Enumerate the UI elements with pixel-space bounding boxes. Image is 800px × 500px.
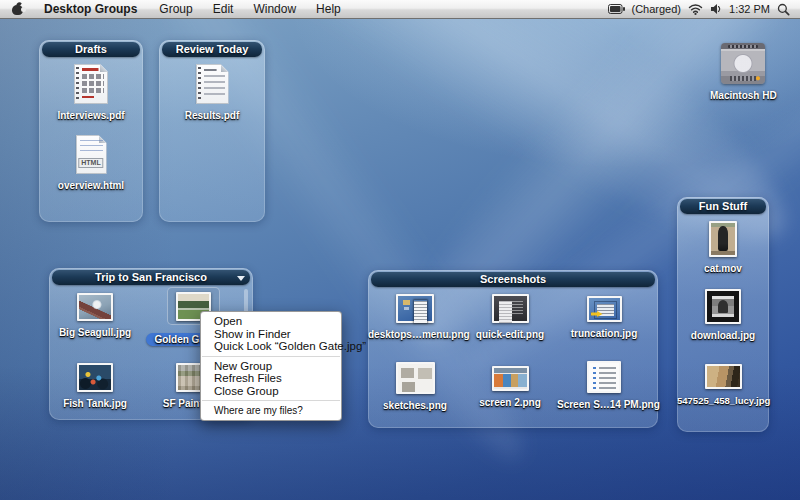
file-quick-edit-png[interactable]: quick-edit.png: [463, 294, 557, 342]
context-menu-item-refresh-files[interactable]: Refresh Files: [201, 372, 341, 385]
file-fish-tank-jpg[interactable]: Fish Tank.jpg: [49, 363, 141, 411]
file-label: overview.html: [58, 180, 124, 191]
photo-thumbnail: [77, 293, 113, 321]
context-menu-item-where-are-my-files[interactable]: Where are my files?: [201, 404, 341, 417]
file-big-seagull-jpg[interactable]: Big Seagull.jpg: [49, 293, 141, 340]
group-header-review-today[interactable]: Review Today: [162, 42, 262, 57]
html-badge: HTML: [78, 158, 103, 168]
file-truncation-jpg[interactable]: truncation.jpg: [557, 296, 651, 341]
screenshot-thumbnail: [396, 362, 435, 394]
context-menu: Open Show in Finder Quick Look “Golden G…: [200, 311, 342, 421]
file-interviews-pdf[interactable]: Interviews.pdf: [39, 64, 143, 123]
volume-label: Macintosh HD: [710, 90, 777, 101]
group-review-today: Review Today Results.pdf: [159, 40, 265, 222]
file-label: Interviews.pdf: [57, 110, 124, 121]
group-header-drafts[interactable]: Drafts: [42, 42, 140, 57]
wifi-icon[interactable]: [688, 3, 703, 15]
photo-thumbnail: [705, 289, 741, 324]
volume-macintosh-hd[interactable]: Macintosh HD: [710, 43, 776, 103]
menu-edit[interactable]: Edit: [203, 0, 244, 19]
screenshot-thumbnail: [587, 296, 622, 322]
screenshot-thumbnail: [492, 366, 529, 391]
group-fun-stuff: Fun Stuff cat.mov download.jpg 547525_45…: [677, 197, 769, 432]
screenshot-thumbnail: [587, 361, 621, 393]
context-menu-item-new-group[interactable]: New Group: [201, 360, 341, 373]
screenshot-thumbnail: [396, 294, 434, 323]
app-menu-desktop-groups[interactable]: Desktop Groups: [36, 0, 149, 19]
html-document-icon: HTML: [76, 135, 107, 174]
group-drafts: Drafts Interviews.pdf HTML overview.html: [39, 40, 143, 222]
file-label: Fish Tank.jpg: [63, 398, 127, 409]
file-label: download.jpg: [691, 330, 755, 341]
group-header-fun-stuff[interactable]: Fun Stuff: [680, 199, 766, 214]
photo-thumbnail: [705, 364, 742, 389]
file-screen-shot-png[interactable]: Screen S…14 PM.png: [557, 361, 651, 412]
spotlight-search-icon[interactable]: [777, 3, 790, 16]
file-label: Big Seagull.jpg: [59, 327, 131, 338]
volume-icon[interactable]: [710, 3, 722, 15]
file-label: 547525_458_lucy.jpg: [677, 395, 770, 406]
desktop-screen: Desktop Groups Group Edit Window Help (C…: [0, 0, 800, 500]
file-lucy-jpg[interactable]: 547525_458_lucy.jpg: [677, 364, 769, 408]
file-label: Screen S…14 PM.png: [557, 399, 660, 410]
file-overview-html[interactable]: HTML overview.html: [39, 135, 143, 193]
pdf-document-icon: [196, 64, 229, 104]
photo-thumbnail: [77, 363, 113, 392]
menu-window[interactable]: Window: [243, 0, 306, 19]
context-menu-item-quick-look[interactable]: Quick Look “Golden Gate.jpg”: [201, 340, 341, 353]
file-label: quick-edit.png: [476, 329, 544, 340]
clock[interactable]: 1:32 PM: [729, 3, 770, 15]
menu-bar: Desktop Groups Group Edit Window Help (C…: [0, 0, 800, 19]
screenshot-thumbnail: [492, 294, 529, 323]
menu-separator: [202, 356, 340, 357]
menu-group[interactable]: Group: [149, 0, 202, 19]
hard-drive-icon: [721, 43, 765, 84]
apple-menu-icon[interactable]: [12, 3, 24, 15]
file-label: truncation.jpg: [571, 328, 638, 339]
file-label: sketches.png: [383, 400, 447, 411]
movie-thumbnail: [709, 221, 737, 257]
file-download-jpg[interactable]: download.jpg: [677, 289, 769, 343]
file-cat-mov[interactable]: cat.mov: [677, 221, 769, 276]
file-label: Results.pdf: [185, 110, 239, 121]
disclosure-triangle-icon[interactable]: [237, 276, 245, 281]
file-sketches-png[interactable]: sketches.png: [368, 362, 462, 413]
battery-status-label: (Charged): [632, 3, 682, 15]
context-menu-item-close-group[interactable]: Close Group: [201, 385, 341, 398]
file-screen-2-png[interactable]: screen 2.png: [463, 366, 557, 410]
file-label: screen 2.png: [479, 397, 541, 408]
file-label: desktops…menu.png: [368, 329, 470, 340]
group-screenshots: Screenshots desktops…menu.png quick-edit…: [368, 270, 658, 428]
battery-icon[interactable]: [608, 4, 625, 14]
file-desktops-menu-png[interactable]: desktops…menu.png: [368, 294, 462, 342]
context-menu-item-show-in-finder[interactable]: Show in Finder: [201, 328, 341, 341]
group-header-trip[interactable]: Trip to San Francisco: [52, 270, 250, 285]
file-results-pdf[interactable]: Results.pdf: [159, 64, 265, 123]
pdf-document-icon: [74, 64, 108, 104]
file-label: cat.mov: [704, 263, 742, 274]
menu-help[interactable]: Help: [306, 0, 351, 19]
menu-separator: [202, 400, 340, 401]
context-menu-item-open[interactable]: Open: [201, 315, 341, 328]
group-header-screenshots[interactable]: Screenshots: [371, 272, 655, 287]
